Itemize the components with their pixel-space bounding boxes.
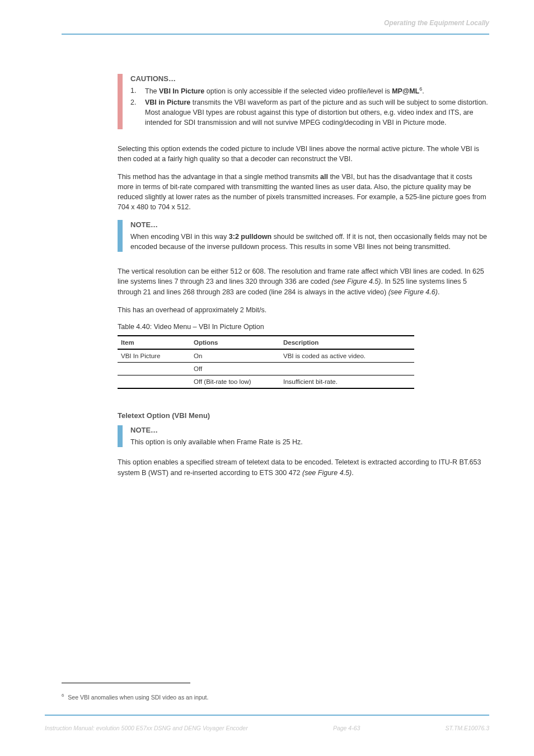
table-caption: Table 4.40: Video Menu – VBI In Picture … (118, 323, 489, 331)
cautions-callout: CAUTIONS… 1. The VBI In Picture option i… (118, 74, 489, 129)
text: When encoding VBI in this way (130, 233, 229, 241)
note-callout: NOTE… When encoding VBI in this way 3:2 … (118, 220, 489, 252)
note-callout: NOTE… This option is only available when… (118, 425, 489, 447)
options-table: Item Options Description VBI In Picture … (118, 335, 414, 389)
cell: Off (Bit-rate too low) (190, 375, 280, 388)
note-body: When encoding VBI in this way 3:2 pulldo… (130, 232, 489, 252)
paragraph: This option enables a specified stream o… (118, 457, 489, 478)
italic-text: (see Figure 4.6) (388, 288, 438, 296)
footer-right: ST.TM.E10076.3 (446, 725, 489, 731)
cell (280, 362, 414, 375)
text: option is only accessible if the selecte… (204, 87, 392, 95)
cell: Insufficient bit-rate. (280, 375, 414, 388)
footer-left: Instruction Manual: evolution 5000 E57xx… (45, 725, 248, 731)
cell: Off (190, 362, 280, 375)
note-title: NOTE… (130, 425, 303, 436)
paragraph: Selecting this option extends the coded … (118, 144, 489, 164)
text: . (422, 87, 424, 95)
text: This option enables a specified stream o… (118, 458, 481, 477)
col-header: Item (118, 336, 190, 349)
list-number: 1. (130, 86, 145, 96)
cell: VBI is coded as active video. (280, 349, 414, 363)
table-row: Off (118, 362, 414, 375)
caution-item-1: 1. The VBI In Picture option is only acc… (130, 86, 489, 96)
cautions-title: CAUTIONS… (130, 74, 489, 84)
text: This method has the advantage in that a … (118, 173, 320, 181)
text: The (145, 87, 159, 95)
footer-center: Page 4-63 (333, 725, 360, 731)
col-header: Options (190, 336, 280, 349)
bold-text: VBI In Picture (159, 87, 204, 95)
header-right: Operating the Equipment Locally (384, 19, 489, 27)
col-header: Description (280, 336, 414, 349)
note-body: This option is only available when Frame… (130, 437, 303, 447)
bottom-rule (45, 715, 489, 716)
italic-text: (see Figure 4.5) (302, 469, 352, 477)
cell: On (190, 349, 280, 363)
top-rule (62, 34, 489, 35)
paragraph: This has an overhead of approximately 2 … (118, 305, 489, 315)
text: . (352, 469, 353, 477)
caution-item-2: 2. VBI in Picture transmits the VBI wave… (130, 97, 489, 128)
bold-text: MP@ML (392, 87, 419, 95)
cell: VBI In Picture (118, 349, 190, 363)
footnote-separator (62, 683, 190, 683)
footnote: 6 See VBI anomalies when using SDI video… (62, 693, 208, 701)
paragraph: This method has the advantage in that a … (118, 172, 489, 213)
text: . (438, 288, 439, 296)
table-row: Off (Bit-rate too low) Insufficient bit-… (118, 375, 414, 388)
table-row: VBI In Picture On VBI is coded as active… (118, 349, 414, 363)
caution-stripe (118, 74, 123, 129)
bold-text: 3:2 pulldown (229, 233, 271, 241)
bold-text: all (320, 173, 328, 181)
table-header-row: Item Options Description (118, 336, 414, 349)
note-stripe (118, 220, 123, 252)
footnote-number: 6 (62, 693, 64, 698)
note-stripe (118, 425, 123, 447)
cell (118, 362, 190, 375)
section-heading: Teletext Option (VBI Menu) (118, 411, 489, 420)
bold-text: VBI in Picture (145, 98, 190, 106)
footer: Instruction Manual: evolution 5000 E57xx… (45, 725, 489, 731)
italic-text: (see Figure 4.5) (331, 278, 381, 285)
note-title: NOTE… (130, 220, 489, 231)
list-number: 2. (130, 97, 145, 128)
paragraph: The vertical resolution can be either 51… (118, 266, 489, 297)
text: transmits the VBI waveform as part of th… (145, 98, 488, 126)
cell (118, 375, 190, 388)
footnote-text: See VBI anomalies when using SDI video a… (66, 693, 208, 700)
